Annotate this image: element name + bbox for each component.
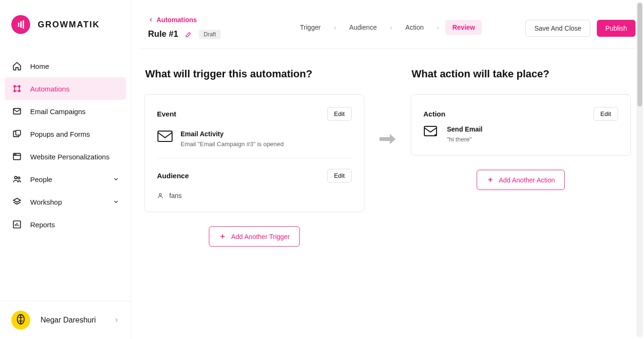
svg-rect-6 (16, 131, 21, 135)
event-desc: Email "Email Campaign #3" is opened (181, 141, 284, 148)
sidebar-item-home[interactable]: Home (5, 55, 126, 77)
header-actions: Save And Close Publish (525, 20, 636, 37)
avatar-icon (16, 314, 26, 326)
arrow-separator (380, 68, 396, 146)
trigger-card: Event Edit Email Activity Email "Email C… (144, 94, 364, 212)
step-audience[interactable]: Audience (343, 20, 383, 35)
home-icon (12, 61, 22, 71)
edit-event-button[interactable]: Edit (327, 107, 352, 121)
sidebar-item-reports[interactable]: Reports (5, 213, 126, 236)
sidebar-item-label: People (30, 175, 52, 183)
user-name: Negar Dareshuri (41, 316, 96, 324)
main: Automations Trigger › Audience › Action … (131, 0, 644, 339)
svg-point-12 (18, 177, 20, 179)
chevron-down-icon (113, 198, 119, 205)
logo-icon (11, 15, 30, 34)
svg-point-2 (14, 90, 15, 91)
svg-point-1 (18, 85, 20, 87)
step-tabs: Trigger › Audience › Action › Review (293, 20, 481, 35)
svg-point-10 (16, 154, 16, 155)
save-and-close-button[interactable]: Save And Close (525, 20, 590, 37)
sidebar-item-label: Email Campaigns (30, 107, 86, 116)
content: What will trigger this automation? Event… (140, 68, 636, 247)
svg-rect-21 (158, 131, 172, 141)
workshop-icon (12, 197, 22, 207)
automations-icon (12, 84, 22, 93)
action-column: What action will take place? Action Edit… (411, 68, 631, 190)
audience-value: fans (169, 192, 182, 199)
edit-action-button[interactable]: Edit (594, 107, 618, 121)
sidebar-item-label: Workshop (30, 198, 62, 206)
sidebar-item-email-campaigns[interactable]: Email Campaigns (5, 100, 126, 123)
sidebar-item-popups-forms[interactable]: Popups and Forms (5, 123, 126, 145)
trigger-column: What will trigger this automation? Event… (144, 68, 364, 247)
popups-icon (12, 129, 22, 139)
user-menu[interactable]: Negar Dareshuri (0, 301, 131, 339)
scrollbar-track[interactable] (636, 2, 643, 337)
people-icon (12, 174, 22, 184)
plus-icon: ＋ (487, 175, 494, 185)
step-review[interactable]: Review (446, 20, 481, 35)
sidebar-nav: Home Automations Email Campaigns Popups … (0, 45, 131, 301)
divider (157, 158, 352, 158)
arrow-right-icon (380, 134, 396, 144)
event-title: Email Activity (181, 130, 284, 138)
svg-point-11 (15, 176, 17, 179)
event-label: Event (157, 110, 176, 118)
sidebar-item-label: Popups and Forms (30, 130, 90, 138)
publish-button[interactable]: Publish (597, 20, 636, 37)
action-card: Action Edit Send Email "hi there" (411, 94, 631, 156)
sidebar-item-automations[interactable]: Automations (5, 77, 126, 100)
scrollbar-thumb[interactable] (637, 3, 642, 107)
add-trigger-button[interactable]: ＋ Add Another Trigger (209, 226, 300, 247)
chevron-down-icon (113, 176, 119, 182)
chevron-right-icon (114, 317, 119, 323)
add-action-label: Add Another Action (499, 176, 555, 184)
sidebar-item-label: Reports (30, 221, 55, 229)
sidebar-item-workshop[interactable]: Workshop (5, 190, 126, 213)
svg-point-0 (14, 85, 15, 87)
chevron-right-icon: › (437, 24, 439, 31)
step-trigger[interactable]: Trigger (293, 20, 327, 35)
send-mail-icon (423, 125, 439, 138)
plus-icon: ＋ (219, 232, 226, 241)
step-action[interactable]: Action (399, 20, 430, 35)
audience-label: Audience (157, 172, 189, 180)
divider (140, 49, 636, 49)
sidebar: GROWMATIK Home Automations Email Campaig… (0, 0, 131, 339)
chevron-right-icon: › (334, 24, 336, 31)
trigger-heading: What will trigger this automation? (145, 68, 364, 80)
audience-row: fans (157, 192, 352, 199)
add-action-button[interactable]: ＋ Add Another Action (477, 170, 565, 190)
chevron-right-icon: › (390, 24, 392, 31)
sidebar-item-label: Website Personalizations (30, 153, 109, 161)
avatar (11, 311, 30, 330)
logo-row: GROWMATIK (0, 0, 131, 45)
action-label: Action (423, 110, 446, 118)
svg-point-3 (18, 90, 20, 91)
sidebar-item-website-personalizations[interactable]: Website Personalizations (5, 145, 126, 168)
person-icon (157, 192, 164, 199)
svg-point-9 (15, 154, 15, 155)
mail-icon (157, 130, 173, 142)
sidebar-item-label: Automations (30, 85, 69, 93)
sidebar-item-people[interactable]: People (5, 168, 126, 190)
action-heading: What action will take place? (412, 68, 631, 80)
svg-point-22 (159, 193, 162, 196)
sidebar-item-label: Home (30, 62, 49, 70)
website-icon (12, 152, 22, 161)
reports-icon (12, 220, 22, 229)
edit-audience-button[interactable]: Edit (327, 169, 352, 182)
brand-name: GROWMATIK (38, 20, 100, 30)
mail-icon (12, 107, 22, 116)
action-desc: "hi there" (447, 136, 482, 143)
action-title: Send Email (447, 125, 482, 133)
add-trigger-label: Add Another Trigger (231, 233, 290, 240)
event-row: Email Activity Email "Email Campaign #3"… (157, 130, 352, 148)
action-row: Send Email "hi there" (423, 125, 618, 143)
